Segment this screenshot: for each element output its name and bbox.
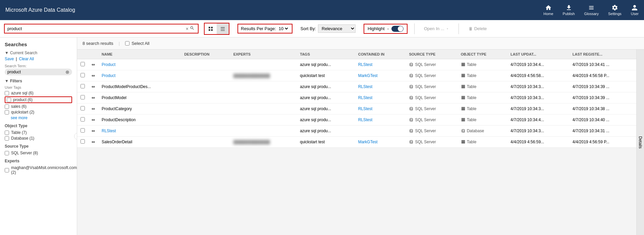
row-checkbox-cell[interactable] [77, 81, 88, 92]
row-checkbox-cell[interactable] [77, 114, 88, 126]
row-contained-cell: MarkGTest [355, 70, 406, 81]
row-contained-link[interactable]: RLStest [358, 62, 373, 67]
row-checkbox[interactable] [80, 95, 85, 99]
row-name-cell: Product [98, 70, 181, 81]
row-experts-cell [230, 114, 297, 126]
row-contained-link[interactable]: MarkGTest [358, 73, 378, 78]
table-scroll: NAME DESCRIPTION EXPERTS TAGS CONTAINED … [77, 50, 636, 235]
results-count: 8 search results [83, 41, 113, 46]
row-contained-link[interactable]: MarkGTest [358, 140, 378, 144]
row-checkbox-cell[interactable] [77, 137, 88, 148]
see-more-link[interactable]: see more [11, 115, 72, 120]
save-link[interactable]: Save [5, 57, 14, 61]
filter-azure-sql-checkbox[interactable] [5, 91, 9, 95]
row-name: SalesOrderDetail [102, 140, 132, 144]
row-checkbox[interactable] [80, 106, 85, 110]
filter-expert[interactable]: maghan@VsabMsit.onmicrosoft.com (2) [5, 165, 72, 175]
row-checkbox-cell[interactable] [77, 70, 88, 81]
grid-view-button[interactable] [205, 23, 217, 34]
user-label: User [631, 12, 639, 16]
publish-nav-item[interactable]: Publish [563, 4, 575, 16]
row-checkbox-cell[interactable] [77, 59, 88, 70]
filter-product-label: product (6) [13, 97, 33, 102]
filter-sales[interactable]: sales (6) [5, 104, 72, 109]
filter-product-checkbox[interactable] [7, 98, 11, 102]
row-checkbox[interactable] [80, 117, 85, 122]
filter-quickstart-checkbox[interactable] [5, 110, 9, 114]
top-nav: Microsoft Azure Data Catalog Home Publis… [0, 0, 644, 20]
filter-azure-sql[interactable]: azure sql (6) [5, 91, 72, 95]
row-last-updated-cell: 4/7/2019 10:34:3... [507, 103, 569, 114]
open-in-label: Open In ... [424, 26, 444, 31]
filter-table-checkbox[interactable] [5, 131, 9, 135]
row-name-cell: ProductDescription [98, 114, 181, 126]
filter-sales-checkbox[interactable] [5, 104, 9, 109]
row-last-updated: 4/7/2019 10:34:4... [511, 118, 544, 122]
row-checkbox-cell[interactable] [77, 92, 88, 103]
home-nav-item[interactable]: Home [543, 4, 553, 16]
filter-quickstart[interactable]: quickstart (2) [5, 110, 72, 114]
filter-expert-checkbox[interactable] [5, 168, 9, 172]
row-name-cell: RLStest [98, 126, 181, 137]
row-tags-cell: azure sql produ... [297, 59, 355, 70]
filter-sql-server[interactable]: SQL Server (8) [5, 151, 72, 155]
sidebar-collapse-button[interactable]: ‹ [74, 133, 77, 140]
glossary-nav-item[interactable]: Glossary [584, 4, 599, 16]
select-all-checkbox[interactable] [125, 41, 129, 46]
filter-product[interactable]: product (6) [5, 96, 72, 103]
row-contained-link[interactable]: RLStest [358, 106, 373, 111]
row-source-type-cell: SQL Server [406, 70, 457, 81]
row-checkbox-cell[interactable] [77, 126, 88, 137]
filter-database-checkbox[interactable] [5, 136, 9, 141]
row-name-link[interactable]: Product [102, 62, 115, 67]
row-checkbox[interactable] [80, 139, 85, 144]
row-checkbox[interactable] [80, 128, 85, 133]
highlight-label: Highlight [368, 26, 385, 31]
row-checkbox[interactable] [80, 73, 85, 77]
search-button[interactable] [189, 26, 195, 31]
row-contained-cell [355, 126, 406, 137]
details-tab[interactable]: Details [636, 50, 644, 235]
row-checkbox[interactable] [80, 84, 85, 88]
row-checkbox-cell[interactable] [77, 103, 88, 114]
current-search-section[interactable]: ▼ Current Search [5, 51, 72, 55]
row-experts: ██████████████ [233, 140, 270, 144]
data-table: NAME DESCRIPTION EXPERTS TAGS CONTAINED … [77, 50, 636, 148]
search-term-label: Search Term: [5, 64, 72, 68]
filter-database[interactable]: Database (1) [5, 136, 72, 141]
sort-by-select[interactable]: Relevance Name Last Updated [318, 24, 356, 33]
filter-table[interactable]: Table (7) [5, 130, 72, 135]
row-experts-cell [230, 92, 297, 103]
row-contained-link[interactable]: RLStest [358, 118, 373, 122]
select-all-label: Select All [131, 41, 149, 46]
select-all-wrapper[interactable]: Select All [125, 41, 149, 46]
row-source-type: SQL Server [409, 129, 454, 133]
search-input[interactable] [7, 26, 185, 31]
row-description-cell [181, 126, 230, 137]
row-contained-link[interactable]: RLStest [358, 95, 373, 100]
row-source-type: SQL Server [409, 95, 454, 100]
row-contained-link[interactable]: RLStest [358, 84, 373, 89]
row-name-link[interactable]: RLStest [102, 129, 116, 133]
filter-sql-server-checkbox[interactable] [5, 151, 9, 155]
row-tags: azure sql produ... [300, 95, 331, 100]
clear-all-link[interactable]: Clear All [19, 57, 34, 61]
row-name-link[interactable]: Product [102, 73, 115, 78]
user-nav-item[interactable]: User [631, 4, 639, 16]
row-description-cell [181, 103, 230, 114]
filter-quickstart-label: quickstart (2) [11, 110, 34, 114]
row-tags-cell: azure sql produ... [297, 103, 355, 114]
results-per-page-select[interactable]: 10 25 50 [277, 26, 289, 31]
row-type-icon: ⇔ [92, 62, 95, 67]
list-view-button[interactable] [217, 23, 229, 34]
highlight-toggle[interactable] [391, 26, 404, 32]
badge-close-button[interactable]: ⊗ [65, 70, 69, 74]
row-checkbox[interactable] [80, 62, 85, 66]
row-last-registered-cell: 4/4/2019 4:56:59 P... [569, 137, 636, 148]
settings-nav-item[interactable]: Settings [608, 4, 622, 16]
main-layout: Searches ▼ Current Search Save | Clear A… [0, 37, 644, 235]
row-name: ProductCategory [102, 106, 132, 111]
clear-button[interactable]: × [185, 26, 189, 31]
filter-azure-sql-label: azure sql (6) [11, 91, 34, 95]
sidebar-actions: Save | Clear All [5, 57, 72, 61]
